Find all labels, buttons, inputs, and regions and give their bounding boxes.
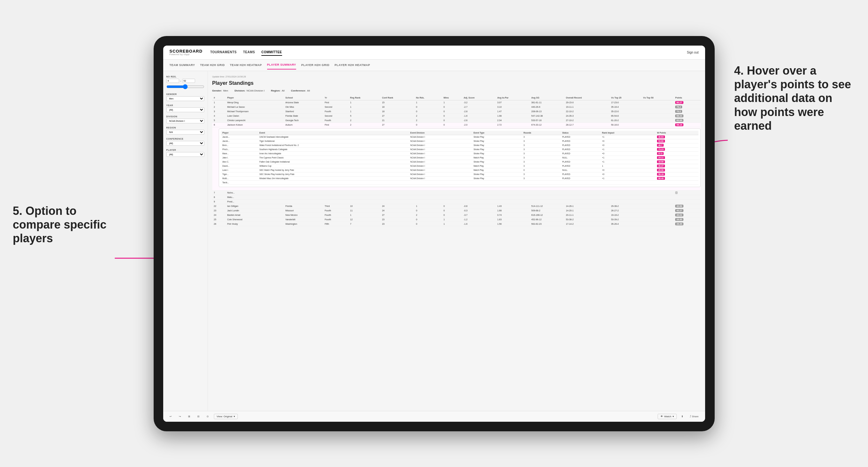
list-item: Jacob... Tiger Invitational NCAA Divisio… (221, 139, 699, 143)
list-item: Mutti... Mirabel Maui Jim Intercollegiat… (221, 176, 699, 180)
table-row: 26 Petr Hruby Washington Fifth 7 23 0 1 … (212, 222, 701, 226)
no-rds-from-input[interactable] (166, 79, 179, 83)
exp-col-player: Player (221, 131, 258, 135)
sidebar-region: Region N/A (166, 127, 204, 134)
filter-conference: Conference: All (291, 89, 310, 92)
division-label: Division (166, 115, 204, 118)
table-row: 2 Michael La Sasso Ole Miss Second 1 18 … (212, 104, 701, 109)
no-rds-label: No Rds. (166, 75, 204, 78)
eye-icon: 👁 (660, 415, 663, 418)
player-select[interactable]: (All) (166, 152, 204, 157)
col-points: Points (674, 95, 700, 100)
conference-select[interactable]: (All) (166, 141, 204, 146)
sidebar-no-rds: No Rds. - (166, 75, 204, 90)
toolbar-download[interactable]: ⬇ (679, 414, 685, 419)
nav-items: TOURNAMENTS TEAMS COMMITTEE (210, 49, 282, 56)
list-item: Tiger... SEC Stroke Play hosted by Jerry… (221, 172, 699, 176)
sub-player-h2h-grid[interactable]: PLAYER H2H GRID (301, 61, 330, 69)
sub-team-h2h-heatmap[interactable]: TEAM H2H HEATMAP (230, 61, 262, 69)
toolbar-copy[interactable]: ⊞ (186, 414, 192, 419)
exp-col-division: Event Division (409, 131, 472, 135)
region-select[interactable]: N/A (166, 130, 204, 134)
col-yr: Yr (323, 95, 348, 100)
update-time: Update time: 27/01/2024 16:56:26 (212, 75, 701, 78)
toolbar-watch-button[interactable]: 👁 Watch ▾ (658, 414, 677, 419)
nav-teams[interactable]: TEAMS (243, 49, 255, 56)
logo-main: SCOREBOARD (169, 49, 203, 53)
nav-right: Sign out (687, 51, 699, 54)
expanded-header-row: Player Event Event Division Event Type R… (221, 131, 699, 135)
view-chevron-icon: ▾ (234, 415, 235, 418)
list-item: Alex C. Fallen Oak Collegiate Invitation… (221, 160, 699, 164)
exp-col-rounds: Rounds (522, 131, 560, 135)
annotation-right-text: 4. Hover over a player's points to see a… (734, 64, 851, 132)
sub-nav: TEAM SUMMARY TEAM H2H GRID TEAM H2H HEAT… (163, 60, 705, 71)
exp-col-rank-impact: Rank Impact (600, 131, 656, 135)
table-row: 24 Bastien Amat New Mexico Fourth 1 27 2… (212, 213, 701, 217)
sub-team-h2h-grid[interactable]: TEAM H2H GRID (200, 61, 225, 69)
sub-player-h2h-heatmap[interactable]: PLAYER H2H HEATMAP (335, 61, 370, 69)
sidebar-conference: Conference (All) (166, 138, 204, 146)
page-title: Player Standings (212, 80, 701, 86)
expanded-detail-row: Player Event Event Division Event Type R… (212, 127, 701, 190)
division-select[interactable]: NCAA Division I (166, 119, 204, 123)
conference-label: Conference (166, 138, 204, 140)
bottom-toolbar: ↩ ↪ ⊞ ⊟ ⊙ View: Original ▾ 👁 Watch ▾ ⬇ ⤴… (163, 411, 705, 422)
table-row: 3 Michael Thorbjornsen Stanford Fourth 1… (212, 109, 701, 114)
logo-sub: Powered by clippi (169, 53, 203, 56)
list-item: David... Williams Cup NCAA Division I Ma… (221, 164, 699, 168)
toolbar-redo[interactable]: ↪ (177, 414, 183, 419)
table-row: 1 Wenyi Ding Arizona State First 1 15 1 … (212, 100, 701, 104)
table-row: 23 Jack Lundin Missouri Fourth 11 24 0 0… (212, 208, 701, 213)
sub-player-summary[interactable]: PLAYER SUMMARY (267, 61, 296, 69)
nav-sign-out[interactable]: Sign out (687, 51, 699, 54)
filters-row: Gender: Men Division: NCAA Division I Re… (212, 89, 701, 92)
sub-team-summary[interactable]: TEAM SUMMARY (169, 61, 195, 69)
no-rds-slider[interactable] (166, 84, 204, 89)
list-item: Bren... Wake Forest Invitational at Pine… (221, 143, 699, 147)
standings-table: # Player School Yr Reg Rank Conf Rank No… (212, 95, 701, 226)
gender-select[interactable]: Men (166, 96, 204, 101)
toolbar-undo[interactable]: ↩ (168, 414, 174, 419)
nav-committee[interactable]: COMMITTEE (261, 49, 282, 56)
toolbar-share[interactable]: ⤴ Share (688, 414, 701, 419)
table-row: 9 Prest... (212, 199, 701, 204)
points-badge-26: 39.49 (675, 222, 683, 225)
table-row: 4 Luke Claton Florida State Second 5 27 … (212, 114, 701, 118)
table-row: 8 Matu... (212, 195, 701, 199)
toolbar-view-dropdown[interactable]: View: Original ▾ (214, 414, 238, 419)
list-item: Mare... Inner Arc Intercollegiate NCAA D… (221, 151, 699, 156)
sidebar-division: Division NCAA Division I (166, 115, 204, 123)
table-row: 25 Cole Sherwood Vanderbilt Fourth 12 23… (212, 217, 701, 222)
points-badge-2: 76.2 (675, 105, 682, 108)
col-vs-top50: Vs Top 50 (642, 95, 674, 100)
gender-label: Gender (166, 93, 204, 95)
exp-col-event: Event (258, 131, 409, 135)
table-header-row: # Player School Yr Reg Rank Conf Rank No… (212, 95, 701, 100)
col-wins: Wins (442, 95, 462, 100)
col-avg-to-par: Avg to-Par (496, 95, 530, 100)
tablet-screen: SCOREBOARD Powered by clippi TOURNAMENTS… (163, 45, 705, 422)
points-badge-24: 40.02 (675, 214, 683, 216)
col-school: School (284, 95, 323, 100)
no-rds-to-input[interactable] (182, 79, 195, 83)
watch-chevron-icon: ▾ (673, 415, 674, 418)
year-select[interactable]: (All) (166, 107, 204, 112)
points-badge-1: 80.27 (675, 101, 683, 104)
toolbar-settings[interactable]: ⊙ (205, 414, 211, 419)
col-rank: # (212, 95, 226, 100)
nav-left: SCOREBOARD Powered by clippi TOURNAMENTS… (169, 49, 282, 56)
points-badge-22: 40.68 (675, 205, 683, 208)
logo: SCOREBOARD Powered by clippi (169, 49, 203, 56)
nav-tournaments[interactable]: TOURNAMENTS (210, 49, 237, 56)
points-badge-23: 40.27 (675, 209, 683, 212)
list-item: Jake l. The Cypress Point Classic NCAA D… (221, 156, 699, 160)
col-adj-score: Adj. Score (462, 95, 496, 100)
region-label: Region (166, 127, 204, 129)
list-item: Luke l. SEC Match Play hosted by Jerry P… (221, 168, 699, 172)
expanded-table: Player Event Event Division Event Type R… (221, 131, 699, 185)
points-badge-3: 70.2 (675, 110, 682, 113)
col-overall: Overall Record (564, 95, 610, 100)
toolbar-paste[interactable]: ⊟ (195, 414, 202, 419)
main-content: No Rds. - Gender Men Year (163, 71, 705, 411)
